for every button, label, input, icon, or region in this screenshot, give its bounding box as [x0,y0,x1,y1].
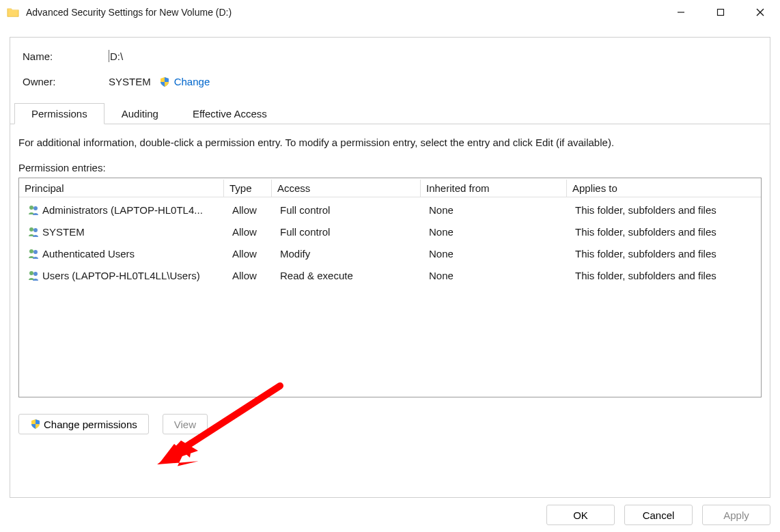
type-text: Allow [227,247,275,261]
inherited-text: None [423,247,570,261]
svg-point-8 [29,249,33,253]
listview-header: Principal Type Access Inherited from App… [19,178,761,199]
principal-text: SYSTEM [42,226,85,238]
cancel-button[interactable]: Cancel [624,505,693,525]
view-label: View [174,419,196,430]
name-value: D:\ [109,50,123,62]
type-text: Allow [227,268,275,283]
tab-strip: Permissions Auditing Effective Access [10,102,770,124]
svg-point-11 [33,272,38,276]
view-button[interactable]: View [163,414,208,434]
inherited-text: None [423,225,570,239]
group-icon [27,204,40,216]
permission-entries-label: Permission entries: [18,162,762,173]
change-permissions-button[interactable]: Change permissions [18,414,149,434]
group-icon [27,225,40,238]
change-permissions-label: Change permissions [44,419,137,430]
instructions-text: For additional information, double-click… [18,137,762,148]
tab-body: For additional information, double-click… [10,124,770,443]
col-access[interactable]: Access [272,180,421,197]
inherited-text: None [423,203,570,217]
permission-row[interactable]: Authenticated Users Allow Modify None Th… [19,242,761,264]
maximize-button[interactable] [701,0,740,25]
applies-text: This folder, subfolders and files [570,225,761,239]
group-icon [27,269,40,281]
cancel-label: Cancel [643,509,675,521]
permission-row[interactable]: Users (LAPTOP-HL0TL4LL\Users) Allow Read… [19,264,761,286]
tab-auditing[interactable]: Auditing [105,103,176,124]
principal-text: Administrators (LAPTOP-HL0TL4... [42,204,203,216]
permission-row[interactable]: SYSTEM Allow Full control None This fold… [19,221,761,242]
svg-point-5 [33,206,38,210]
close-button[interactable] [740,0,780,25]
access-text: Read & execute [275,268,423,283]
minimize-button[interactable] [661,0,701,25]
type-text: Allow [227,225,275,239]
col-principal[interactable]: Principal [19,180,224,197]
col-type[interactable]: Type [224,180,272,197]
permission-row[interactable]: Administrators (LAPTOP-HL0TL4... Allow F… [19,199,761,221]
apply-button[interactable]: Apply [702,505,770,525]
svg-point-4 [29,206,33,210]
owner-value: SYSTEM [109,76,151,87]
col-applies[interactable]: Applies to [567,180,761,197]
col-inherited[interactable]: Inherited from [421,180,567,197]
dialog-footer: OK Cancel Apply [546,505,770,525]
access-text: Full control [275,203,423,217]
apply-label: Apply [723,509,749,521]
svg-point-6 [29,227,33,232]
principal-text: Users (LAPTOP-HL0TL4LL\Users) [42,270,200,281]
dialog-frame: Name: D:\ Owner: SYSTEM Change Permissio… [10,37,770,498]
owner-label: Owner: [23,76,109,87]
tab-permissions[interactable]: Permissions [14,103,105,124]
applies-text: This folder, subfolders and files [570,247,761,261]
name-value-text: D:\ [110,51,123,62]
shield-icon [159,76,170,87]
change-owner-link[interactable]: Change [174,76,210,87]
shield-icon [30,419,41,430]
ok-button[interactable]: OK [546,505,615,525]
group-icon [27,247,40,260]
type-text: Allow [227,203,275,217]
window-title: Advanced Security Settings for New Volum… [26,7,232,18]
title-bar: Advanced Security Settings for New Volum… [0,0,780,25]
tab-effective-access[interactable]: Effective Access [176,103,284,124]
inherited-text: None [423,268,570,283]
principal-text: Authenticated Users [42,248,135,260]
svg-point-10 [29,271,33,275]
access-text: Full control [275,225,423,239]
name-label: Name: [23,51,109,62]
permission-listview[interactable]: Principal Type Access Inherited from App… [18,178,762,397]
applies-text: This folder, subfolders and files [570,268,761,283]
applies-text: This folder, subfolders and files [570,203,761,217]
ok-label: OK [573,509,588,521]
access-text: Modify [275,247,423,261]
svg-rect-1 [718,10,724,16]
object-info: Name: D:\ Owner: SYSTEM Change [10,38,770,102]
svg-point-7 [33,228,38,232]
svg-point-9 [33,250,38,254]
folder-icon [7,6,19,18]
